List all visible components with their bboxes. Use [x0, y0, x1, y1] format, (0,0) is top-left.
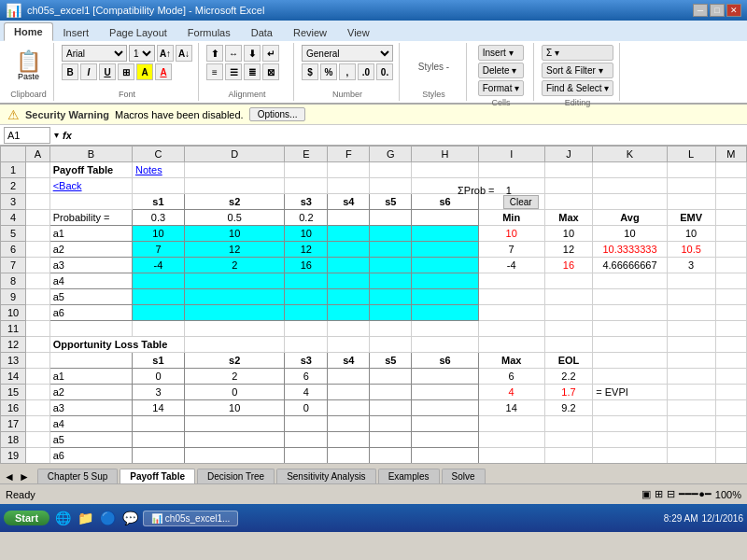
cell-M3[interactable] — [715, 194, 746, 210]
cell-D9[interactable] — [184, 289, 284, 305]
cell-C9[interactable] — [132, 289, 184, 305]
cell-A8[interactable] — [26, 273, 50, 289]
cell-C15[interactable]: 3 — [132, 385, 184, 400]
cell-D10[interactable] — [184, 305, 284, 321]
cell-E13[interactable]: s3 — [285, 353, 328, 369]
cell-I10[interactable] — [478, 305, 544, 321]
cell-G15[interactable] — [370, 385, 412, 400]
cell-J9[interactable] — [544, 289, 593, 305]
font-family-select[interactable]: Arial — [62, 45, 127, 62]
tab-page-layout[interactable]: Page Layout — [99, 23, 177, 41]
view-normal-icon[interactable]: ▣ — [641, 488, 651, 500]
align-bottom-button[interactable]: ⬇ — [244, 45, 261, 62]
cell-C13[interactable]: s1 — [132, 353, 184, 369]
cell-H6[interactable] — [412, 242, 478, 258]
cell-J2[interactable] — [544, 178, 593, 194]
cell-J15[interactable]: 1.7 — [544, 385, 593, 400]
cell-H15[interactable] — [412, 385, 478, 400]
cell-M13[interactable] — [715, 353, 746, 369]
paste-button[interactable]: 📋 Paste — [9, 49, 48, 84]
cell-L6[interactable]: 10.5 — [667, 242, 715, 258]
start-button[interactable]: Start — [4, 511, 49, 525]
cell-J13[interactable]: EOL — [544, 353, 593, 369]
cell-D1[interactable] — [184, 162, 284, 178]
cell-H3[interactable]: s6 — [412, 194, 478, 210]
cell-F5[interactable] — [328, 226, 370, 242]
cell-H10[interactable] — [412, 305, 478, 321]
cell-D4[interactable]: 0.5 — [184, 210, 284, 226]
align-middle-button[interactable]: ↔ — [225, 45, 242, 62]
cell-B5[interactable]: a1 — [49, 226, 132, 242]
cell-C18[interactable] — [132, 432, 184, 448]
cell-K5[interactable]: 10 — [593, 226, 667, 242]
cell-K9[interactable] — [593, 289, 667, 305]
cell-K16[interactable] — [593, 400, 667, 416]
cell-F9[interactable] — [328, 289, 370, 305]
cell-M6[interactable] — [715, 242, 746, 258]
cell-M7[interactable] — [715, 258, 746, 273]
align-right-button[interactable]: ≣ — [244, 63, 261, 80]
align-center-button[interactable]: ☰ — [225, 63, 242, 80]
cell-H8[interactable] — [412, 273, 478, 289]
cell-B3[interactable] — [49, 194, 132, 210]
cell-F12[interactable] — [328, 337, 370, 353]
col-header-G[interactable]: G — [370, 147, 412, 162]
col-header-D[interactable]: D — [184, 147, 284, 162]
cell-H5[interactable] — [412, 226, 478, 242]
sheet-nav-left[interactable]: ◄ — [4, 470, 15, 483]
cell-M17[interactable] — [715, 416, 746, 432]
col-header-M[interactable]: M — [715, 147, 746, 162]
cell-F16[interactable] — [328, 400, 370, 416]
options-button[interactable]: Options... — [249, 107, 306, 121]
cell-A10[interactable] — [26, 305, 50, 321]
cell-D18[interactable] — [184, 432, 284, 448]
cell-J3[interactable] — [544, 194, 593, 210]
sheet-tab-examples[interactable]: Examples — [378, 469, 440, 483]
cell-F7[interactable] — [328, 258, 370, 273]
cell-B10[interactable]: a6 — [49, 305, 132, 321]
cell-C8[interactable] — [132, 273, 184, 289]
cell-J19[interactable] — [544, 448, 593, 464]
tab-home[interactable]: Home — [4, 22, 53, 41]
cell-H16[interactable] — [412, 400, 478, 416]
cell-M12[interactable] — [715, 337, 746, 353]
cell-C6[interactable]: 7 — [132, 242, 184, 258]
cell-H14[interactable] — [412, 369, 478, 385]
cell-G17[interactable] — [370, 416, 412, 432]
cell-C11[interactable] — [132, 321, 184, 337]
cell-H1[interactable] — [412, 162, 478, 178]
cell-C3[interactable]: s1 — [132, 194, 184, 210]
cell-F6[interactable] — [328, 242, 370, 258]
sheet-tab-solver[interactable]: Solve — [442, 469, 486, 483]
increase-decimal-button[interactable]: .0 — [358, 63, 374, 80]
cell-F15[interactable] — [328, 385, 370, 400]
taskbar-skype-icon[interactable]: 💬 — [120, 509, 139, 527]
cell-M10[interactable] — [715, 305, 746, 321]
cell-K17[interactable] — [593, 416, 667, 432]
cell-A2[interactable] — [26, 178, 50, 194]
cell-E8[interactable] — [285, 273, 328, 289]
cell-K10[interactable] — [593, 305, 667, 321]
cell-J18[interactable] — [544, 432, 593, 448]
cell-J11[interactable] — [544, 321, 593, 337]
cell-M9[interactable] — [715, 289, 746, 305]
cell-I1[interactable] — [478, 162, 544, 178]
cell-B4[interactable]: Probability = — [49, 210, 132, 226]
cell-A4[interactable] — [26, 210, 50, 226]
close-button[interactable]: ✕ — [726, 4, 741, 17]
cell-F3[interactable]: s4 — [328, 194, 370, 210]
col-header-E[interactable]: E — [285, 147, 328, 162]
cell-G12[interactable] — [370, 337, 412, 353]
cell-B18[interactable]: a5 — [49, 432, 132, 448]
cell-F11[interactable] — [328, 321, 370, 337]
cell-D12[interactable] — [184, 337, 284, 353]
cell-A18[interactable] — [26, 432, 50, 448]
find-select-button[interactable]: Find & Select ▾ — [542, 80, 613, 96]
font-color-button[interactable]: A — [155, 63, 172, 80]
col-header-J[interactable]: J — [544, 147, 593, 162]
cell-M2[interactable] — [715, 178, 746, 194]
cell-L5[interactable]: 10 — [667, 226, 715, 242]
cell-E9[interactable] — [285, 289, 328, 305]
cell-H18[interactable] — [412, 432, 478, 448]
cell-L14[interactable] — [667, 369, 715, 385]
